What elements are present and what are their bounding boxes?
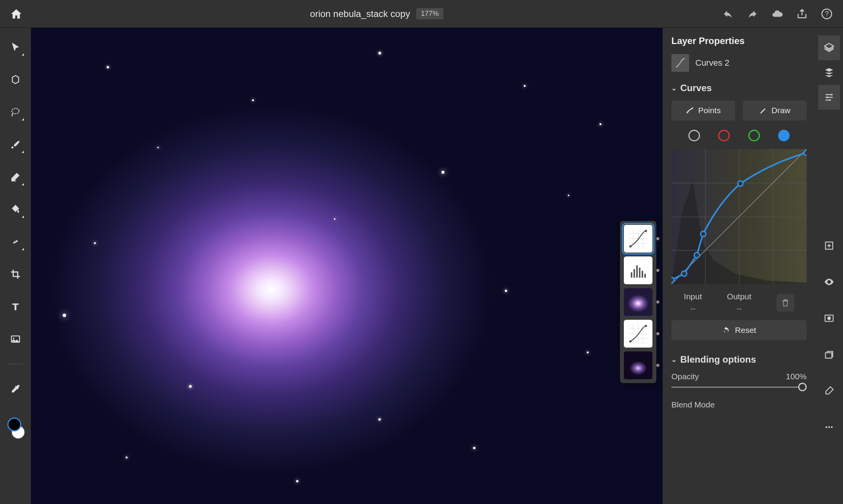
- eraser-tool[interactable]: [8, 169, 23, 185]
- brush-tool[interactable]: [8, 137, 23, 152]
- svg-point-38: [831, 94, 833, 96]
- svg-rect-15: [636, 265, 638, 278]
- svg-point-40: [829, 99, 831, 101]
- fill-tool[interactable]: [8, 202, 23, 217]
- svg-point-5: [15, 241, 16, 242]
- svg-rect-14: [634, 269, 635, 278]
- svg-point-20: [629, 340, 632, 343]
- blending-section-header[interactable]: ⌄ Blending options: [671, 354, 807, 365]
- transform-tool[interactable]: [8, 72, 23, 87]
- visibility-button[interactable]: [818, 270, 840, 294]
- svg-point-37: [804, 150, 807, 156]
- points-button-label: Points: [698, 106, 720, 115]
- layer-thumb-image-1[interactable]: [624, 288, 652, 316]
- layer-thumb-curves-2[interactable]: [624, 320, 652, 348]
- place-image-tool[interactable]: [8, 331, 23, 347]
- adjustments-panel-button[interactable]: [818, 85, 840, 110]
- top-bar: orion nebula_stack copy 177% ?: [0, 0, 843, 28]
- svg-point-22: [687, 111, 689, 113]
- channel-rgb[interactable]: [688, 130, 700, 141]
- svg-rect-44: [826, 353, 832, 358]
- help-icon[interactable]: ?: [820, 7, 834, 21]
- svg-point-45: [826, 426, 828, 428]
- channel-selector: [671, 130, 807, 141]
- layer-stack-button[interactable]: [818, 60, 840, 85]
- layer-thumb-curves-selected[interactable]: [624, 225, 652, 253]
- svg-rect-18: [644, 274, 646, 278]
- foreground-color[interactable]: [7, 417, 21, 431]
- erase-layer-button[interactable]: [818, 378, 840, 403]
- toolbar-divider: [8, 364, 23, 364]
- blending-section-label: Blending options: [680, 354, 756, 365]
- svg-point-10: [629, 245, 632, 248]
- chevron-down-icon: ⌄: [671, 356, 676, 363]
- reset-button[interactable]: Reset: [671, 320, 807, 340]
- draw-button-label: Draw: [771, 106, 790, 115]
- svg-point-8: [13, 338, 15, 339]
- chevron-down-icon: ⌄: [671, 85, 676, 92]
- svg-point-34: [694, 253, 700, 258]
- right-rail: [815, 28, 843, 504]
- zoom-badge[interactable]: 177%: [416, 8, 443, 19]
- layer-type-icon: [671, 54, 689, 72]
- output-label: Output: [727, 292, 751, 301]
- more-options-button[interactable]: [818, 415, 840, 440]
- svg-point-21: [645, 325, 647, 327]
- eyedropper-tool[interactable]: [8, 381, 23, 397]
- document-image: [31, 28, 662, 504]
- output-value: --: [727, 304, 751, 313]
- clip-button[interactable]: [818, 342, 840, 367]
- svg-point-35: [700, 231, 706, 237]
- svg-text:?: ?: [825, 10, 829, 18]
- opacity-value: 100%: [786, 372, 807, 381]
- svg-point-11: [645, 230, 647, 232]
- add-layer-button[interactable]: [818, 233, 840, 258]
- layers-panel-button[interactable]: [818, 36, 840, 60]
- svg-rect-17: [642, 271, 643, 278]
- curves-graph[interactable]: [671, 149, 807, 284]
- layer-name[interactable]: Curves 2: [695, 58, 729, 68]
- cloud-icon[interactable]: [770, 7, 784, 21]
- delete-point-button[interactable]: [777, 294, 794, 312]
- curves-section-label: Curves: [680, 83, 712, 93]
- svg-point-2: [12, 109, 19, 114]
- type-tool[interactable]: [8, 299, 23, 314]
- redo-button[interactable]: [746, 7, 760, 21]
- layer-thumb-levels[interactable]: [624, 256, 652, 284]
- color-swatches[interactable]: [6, 417, 25, 439]
- channel-red[interactable]: [718, 130, 730, 141]
- layer-thumb-image-2[interactable]: [624, 351, 652, 379]
- svg-point-39: [826, 97, 828, 98]
- channel-blue[interactable]: [778, 130, 790, 141]
- left-toolbar: [0, 28, 31, 504]
- canvas[interactable]: [31, 28, 662, 504]
- panel-title: Layer Properties: [671, 36, 807, 46]
- opacity-slider-handle[interactable]: [798, 383, 807, 391]
- lasso-tool[interactable]: [8, 104, 23, 120]
- input-label: Input: [684, 292, 702, 301]
- blend-mode-label: Blend Mode: [671, 400, 807, 409]
- svg-point-36: [738, 181, 743, 186]
- share-icon[interactable]: [795, 7, 809, 21]
- mask-button[interactable]: [818, 306, 840, 331]
- svg-rect-13: [631, 272, 632, 278]
- curves-section-header[interactable]: ⌄ Curves: [671, 83, 807, 93]
- floating-layer-stack[interactable]: [620, 221, 656, 383]
- properties-panel: Layer Properties Curves 2 ⌄ Curves Point…: [662, 28, 815, 504]
- home-button[interactable]: [9, 7, 23, 21]
- document-title: orion nebula_stack copy: [310, 8, 410, 19]
- svg-point-46: [828, 426, 830, 428]
- svg-rect-16: [639, 268, 640, 278]
- channel-green[interactable]: [748, 130, 760, 141]
- move-tool[interactable]: [8, 39, 23, 55]
- opacity-label: Opacity: [671, 372, 699, 381]
- input-value: --: [684, 304, 702, 313]
- points-mode-button[interactable]: Points: [671, 100, 735, 120]
- healing-tool[interactable]: [8, 234, 23, 249]
- opacity-slider[interactable]: [671, 387, 807, 388]
- crop-tool[interactable]: [8, 266, 23, 282]
- svg-point-33: [681, 271, 687, 277]
- draw-mode-button[interactable]: Draw: [743, 100, 807, 120]
- undo-button[interactable]: [721, 7, 735, 21]
- svg-point-6: [17, 240, 18, 241]
